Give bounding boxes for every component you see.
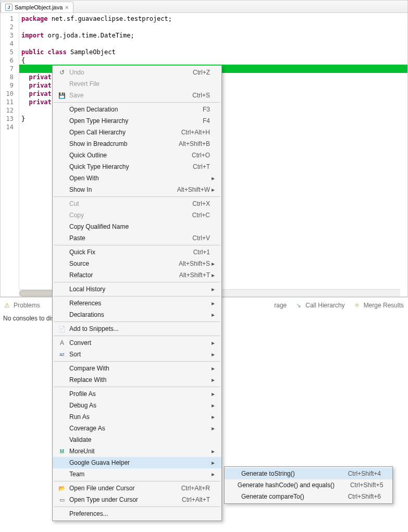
menu-team[interactable]: Team▸	[53, 468, 221, 480]
file-tab[interactable]: J SampleObject.java ✕	[1, 2, 73, 13]
convert-icon	[57, 339, 67, 347]
menu-run-as[interactable]: Run As▸	[53, 411, 221, 423]
submenu-generate-compareto[interactable]: Generate compareTo()Ctrl+Shift+6	[225, 491, 392, 502]
menu-separator	[54, 387, 220, 387]
menu-separator	[54, 196, 220, 197]
menu-preferences[interactable]: Preferences...	[53, 508, 221, 519]
menu-separator	[54, 481, 220, 481]
menu-separator	[54, 361, 220, 362]
menu-copy-qualified-name[interactable]: Copy Qualified Name	[53, 221, 221, 232]
problems-icon	[4, 302, 11, 309]
menu-replace-with[interactable]: Replace With▸	[53, 374, 221, 386]
open-type-icon	[57, 497, 67, 503]
snippets-icon	[57, 326, 67, 332]
sort-icon	[57, 352, 67, 357]
menu-refactor[interactable]: RefactorAlt+Shift+T▸	[53, 269, 221, 281]
menu-debug-as[interactable]: Debug As▸	[53, 400, 221, 411]
menu-revert-file[interactable]: Revert File	[53, 78, 221, 90]
menu-add-snippets[interactable]: Add to Snippets...	[53, 323, 221, 335]
line-gutter: 1 2 3 4 5 6 7 8 9 10 11 12 13 14	[1, 13, 19, 289]
menu-paste[interactable]: PasteCtrl+V	[53, 232, 221, 244]
menu-declarations[interactable]: Declarations▸	[53, 309, 221, 320]
menu-moreunit[interactable]: MoreUnit▸	[53, 446, 221, 457]
menu-separator	[54, 296, 220, 296]
menu-validate[interactable]: Validate	[53, 434, 221, 446]
menu-coverage-as[interactable]: Coverage As▸	[53, 423, 221, 434]
open-file-icon	[57, 485, 67, 492]
menu-show-breadcrumb[interactable]: Show in BreadcrumbAlt+Shift+B	[53, 138, 221, 150]
menu-copy[interactable]: CopyCtrl+C	[53, 209, 221, 221]
menu-open-type-under-cursor[interactable]: Open Type under CursorCtrl+Alt+T	[53, 494, 221, 505]
menu-compare-with[interactable]: Compare With▸	[53, 363, 221, 374]
menu-open-type-hierarchy[interactable]: Open Type HierarchyF4	[53, 115, 221, 127]
call-hierarchy-icon	[296, 302, 303, 309]
menu-profile-as[interactable]: Profile As▸	[53, 388, 221, 400]
menu-separator	[54, 336, 220, 336]
menu-open-with[interactable]: Open With▸	[53, 172, 221, 184]
call-hierarchy-tab[interactable]: Call Hierarchy	[296, 302, 344, 309]
menu-quick-fix[interactable]: Quick FixCtrl+1	[53, 246, 221, 258]
save-icon	[57, 92, 67, 99]
guava-submenu: Generate toString()Ctrl+Shift+4 Generate…	[224, 466, 393, 504]
menu-open-declaration[interactable]: Open DeclarationF3	[53, 104, 221, 115]
menu-undo[interactable]: UndoCtrl+Z	[53, 67, 221, 78]
menu-separator	[54, 321, 220, 322]
menu-separator	[54, 245, 220, 245]
undo-icon	[57, 69, 67, 76]
menu-quick-outline[interactable]: Quick OutlineCtrl+O	[53, 150, 221, 161]
menu-source[interactable]: SourceAlt+Shift+S▸	[53, 258, 221, 269]
context-menu: UndoCtrl+Z Revert File SaveCtrl+S Open D…	[52, 65, 222, 521]
menu-separator	[54, 506, 220, 507]
menu-save[interactable]: SaveCtrl+S	[53, 90, 221, 101]
submenu-generate-hashcode-equals[interactable]: Generate hashCode() and equals()Ctrl+Shi…	[225, 479, 392, 491]
menu-show-in[interactable]: Show InAlt+Shift+W▸	[53, 184, 221, 195]
problems-tab[interactable]: Problems	[4, 302, 40, 309]
java-file-icon: J	[5, 4, 13, 11]
submenu-generate-tostring[interactable]: Generate toString()Ctrl+Shift+4	[225, 468, 392, 479]
menu-cut[interactable]: CutCtrl+X	[53, 198, 221, 209]
menu-google-guava-helper[interactable]: Google Guava Helper▸	[53, 457, 221, 468]
merge-results-icon	[354, 302, 362, 309]
menu-separator	[54, 102, 220, 103]
menu-open-call-hierarchy[interactable]: Open Call HierarchyCtrl+Alt+H	[53, 127, 221, 138]
menu-local-history[interactable]: Local History▸	[53, 283, 221, 295]
coverage-tab-partial[interactable]: rage	[274, 302, 287, 309]
tab-filename: SampleObject.java	[15, 4, 63, 10]
moreunit-icon	[57, 449, 67, 454]
menu-open-file-under-cursor[interactable]: Open File under CursorCtrl+Alt+R	[53, 482, 221, 494]
menu-separator	[54, 282, 220, 282]
merge-results-tab[interactable]: Merge Results	[354, 302, 404, 309]
menu-references[interactable]: References▸	[53, 298, 221, 309]
menu-convert[interactable]: Convert▸	[53, 337, 221, 349]
tab-bar: J SampleObject.java ✕	[1, 1, 407, 13]
menu-sort[interactable]: Sort▸	[53, 349, 221, 360]
menu-quick-type-hierarchy[interactable]: Quick Type HierarchyCtrl+T	[53, 161, 221, 172]
close-icon[interactable]: ✕	[65, 5, 69, 10]
